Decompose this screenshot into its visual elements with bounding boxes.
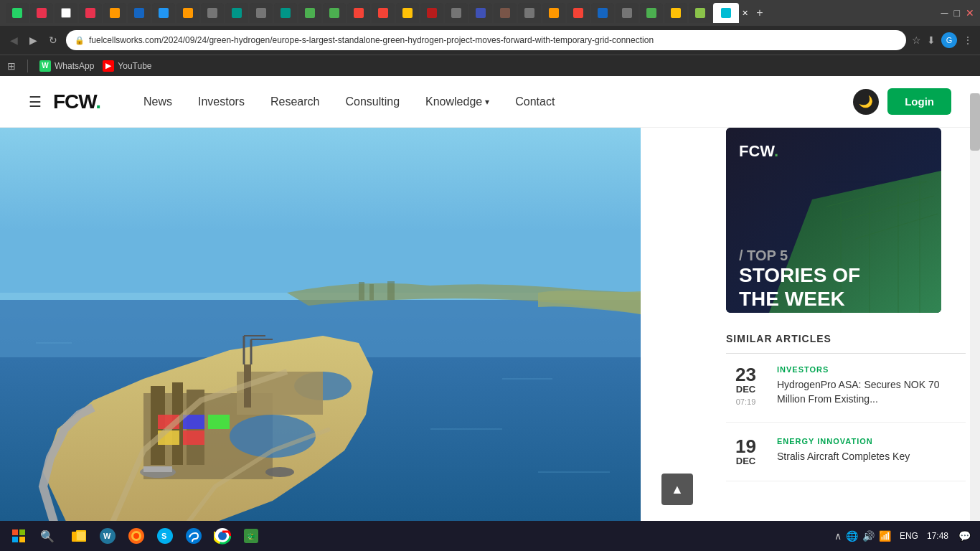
taskbar-files[interactable] <box>66 523 92 549</box>
taskbar-search-button[interactable]: 🔍 <box>34 523 60 549</box>
maximize-button[interactable]: □ <box>954 7 960 19</box>
svg-point-56 <box>133 533 139 539</box>
whatsapp-favicon: W <box>39 60 51 72</box>
scrollbar-track[interactable] <box>970 93 980 551</box>
tab-24[interactable] <box>567 3 590 23</box>
tab-29[interactable] <box>689 3 712 23</box>
article-item-1[interactable]: 23 DEC 07:19 INVESTORS HydrogenPro ASA: … <box>726 365 966 423</box>
site-wrapper: ☰ FCW. News Investors Research Consultin… <box>0 76 980 534</box>
minimize-button[interactable]: ─ <box>941 7 948 19</box>
top-stories-banner[interactable]: FCW. / TOP 5 STORIES OF THE WEEK <box>726 128 941 313</box>
window-controls: ─ □ ✕ <box>941 7 974 19</box>
tab-22[interactable] <box>518 3 541 23</box>
tab-15[interactable] <box>347 3 370 23</box>
clock[interactable]: 17:48 <box>927 531 948 541</box>
main-content <box>0 128 712 534</box>
youtube-favicon: ▶ <box>103 60 114 72</box>
tab-18[interactable] <box>420 3 443 23</box>
bookmark-youtube[interactable]: ▶ YouTube <box>103 60 151 72</box>
tab-16[interactable] <box>372 3 395 23</box>
login-button[interactable]: Login <box>887 88 951 115</box>
tab-8[interactable] <box>176 3 199 23</box>
profile-icon[interactable]: G <box>941 32 957 48</box>
chrome-icon <box>214 527 231 545</box>
svg-text:STORIES OF: STORIES OF <box>739 264 860 286</box>
taskbar-wordpress[interactable]: W <box>95 523 121 549</box>
svg-rect-48 <box>19 537 25 542</box>
taskbar-paint[interactable]: 🐲 <box>238 523 264 549</box>
tab-2[interactable] <box>30 3 53 23</box>
nav-consulting[interactable]: Consulting <box>345 95 400 108</box>
nav-knowledge[interactable]: Knowledge ▾ <box>425 95 489 108</box>
nav-news[interactable]: News <box>143 95 172 108</box>
dark-mode-toggle[interactable]: 🌙 <box>853 89 879 115</box>
bookmark-star-icon[interactable]: ☆ <box>912 34 921 46</box>
tab-whatsapp[interactable] <box>6 3 29 23</box>
site-header: ☰ FCW. News Investors Research Consultin… <box>0 76 980 128</box>
tab-9[interactable] <box>201 3 224 23</box>
article-item-2[interactable]: 19 DEC ENERGY INNOVATION Stralis Aircraf… <box>726 437 966 481</box>
hamburger-menu[interactable]: ☰ <box>29 93 42 110</box>
tab-28[interactable] <box>664 3 687 23</box>
bookmark-whatsapp[interactable]: W WhatsApp <box>39 60 94 72</box>
volume-icon[interactable]: 🔊 <box>862 530 875 542</box>
network-icon[interactable]: 🌐 <box>846 530 858 542</box>
svg-rect-46 <box>19 529 25 535</box>
sidebar: FCW. / TOP 5 STORIES OF THE WEEK SIMILAR… <box>712 128 980 534</box>
port-aerial-svg <box>0 128 641 534</box>
tab-14[interactable] <box>323 3 346 23</box>
article-time-1: 07:19 <box>736 397 756 406</box>
refresh-button[interactable]: ↻ <box>46 32 60 49</box>
tab-6[interactable] <box>128 3 151 23</box>
tab-3[interactable] <box>55 3 77 23</box>
tab-23[interactable] <box>542 3 565 23</box>
forward-button[interactable]: ▶ <box>27 32 40 49</box>
back-button[interactable]: ◀ <box>7 32 21 49</box>
taskbar-edge[interactable] <box>181 523 207 549</box>
svg-rect-11 <box>208 415 230 429</box>
tab-active[interactable] <box>713 3 739 23</box>
tab-10[interactable] <box>225 3 248 23</box>
tab-7[interactable] <box>152 3 175 23</box>
nav-research[interactable]: Research <box>270 95 319 108</box>
firefox-icon <box>128 527 145 545</box>
taskbar-chrome[interactable] <box>209 523 235 549</box>
article-date-2: 19 DEC <box>726 437 765 466</box>
tab-20[interactable] <box>469 3 492 23</box>
site-logo[interactable]: FCW. <box>53 90 100 113</box>
new-tab-button[interactable]: + <box>750 3 770 23</box>
nav-contact[interactable]: Contact <box>515 95 555 108</box>
extensions-icon[interactable]: ⋮ <box>963 34 973 46</box>
download-icon[interactable]: ⬇ <box>927 34 936 46</box>
article-day-1: 23 <box>726 365 765 384</box>
svg-rect-0 <box>0 128 641 300</box>
nav-investors[interactable]: Investors <box>198 95 245 108</box>
tab-26[interactable] <box>616 3 639 23</box>
back-to-top-button[interactable]: ▲ <box>661 474 693 505</box>
taskbar-skype[interactable]: S <box>152 523 178 549</box>
close-button[interactable]: ✕ <box>966 7 974 19</box>
tab-11[interactable] <box>250 3 273 23</box>
svg-rect-45 <box>12 529 18 535</box>
tab-13[interactable] <box>298 3 321 23</box>
svg-rect-51 <box>77 532 85 540</box>
tab-19[interactable] <box>445 3 468 23</box>
tab-21[interactable] <box>494 3 517 23</box>
scrollbar-thumb[interactable] <box>970 93 980 151</box>
tab-5[interactable] <box>103 3 126 23</box>
language-indicator[interactable]: ENG <box>900 531 918 541</box>
tab-12[interactable] <box>274 3 297 23</box>
address-bar[interactable]: 🔒 fuelcellsworks.com/2024/09/24/green-hy… <box>66 30 906 50</box>
windows-logo-icon <box>12 529 25 542</box>
article-category-1: INVESTORS <box>777 365 966 374</box>
tab-25[interactable] <box>591 3 614 23</box>
notification-button[interactable]: 💬 <box>954 526 974 546</box>
taskbar-firefox[interactable] <box>123 523 149 549</box>
svg-text:THE WEEK: THE WEEK <box>739 288 845 310</box>
tray-expand-icon[interactable]: ∧ <box>834 530 842 542</box>
tab-4[interactable] <box>79 3 102 23</box>
tab-17[interactable] <box>396 3 419 23</box>
tab-27[interactable] <box>640 3 663 23</box>
apps-grid-icon[interactable]: ⊞ <box>7 60 16 72</box>
start-button[interactable] <box>6 523 32 549</box>
